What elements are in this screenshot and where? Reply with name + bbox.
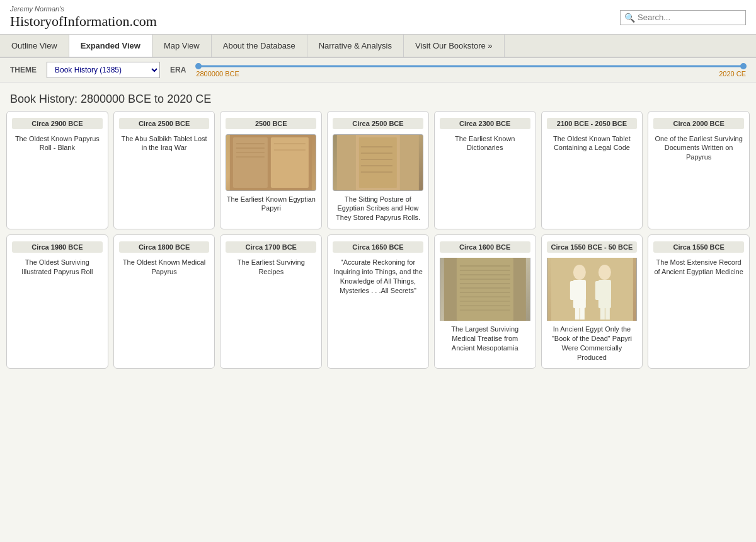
card-date: Circa 1980 BCE [12, 241, 103, 253]
era-label: ERA [170, 66, 186, 74]
svg-rect-34 [580, 281, 585, 300]
search-container: 🔍 [620, 10, 746, 25]
card-date: Circa 1650 BCE [333, 241, 423, 253]
card-text: The Abu Salbikh Tablet Lost in the Iraq … [119, 134, 210, 153]
card-date: 2500 BCE [226, 118, 316, 129]
timeline-labels: 2800000 BCE 2020 CE [196, 70, 746, 78]
card-text: The Earliest Surviving Recipes [226, 258, 316, 277]
card-2500bce-abu[interactable]: Circa 2500 BCE The Abu Salbikh Tablet Lo… [113, 111, 215, 230]
card-text: "Accurate Reckoning for Inquiring into T… [333, 258, 423, 295]
svg-rect-18 [457, 258, 513, 321]
svg-rect-40 [605, 281, 610, 300]
card-2000bce[interactable]: Circa 2000 BCE One of the Earliest Survi… [648, 111, 750, 230]
cards-row-2: Circa 1980 BCE The Oldest Surviving Illu… [6, 234, 750, 369]
card-1650bce[interactable]: Circa 1650 BCE "Accurate Reckoning for I… [327, 234, 429, 369]
card-date: Circa 1700 BCE [226, 241, 316, 253]
card-date: Circa 2000 BCE [653, 118, 744, 129]
cuneiform-image [440, 258, 530, 321]
site-title-block: Jeremy Norman's HistoryofInformation.com [10, 5, 157, 30]
card-2500bce-papyri[interactable]: 2500 BCE The Earliest K [220, 111, 322, 230]
card-1600bce[interactable]: Circa 1600 BCE [434, 234, 536, 369]
card-text: The Oldest Known Papyrus Roll - Blank [12, 134, 103, 153]
card-text: The Earliest Known Egyptian Papyri [226, 195, 316, 214]
svg-rect-36 [580, 308, 584, 320]
card-1980bce[interactable]: Circa 1980 BCE The Oldest Surviving Illu… [6, 234, 108, 369]
card-2900bce[interactable]: Circa 2900 BCE The Oldest Known Papyrus … [6, 111, 108, 230]
era-end-label: 2020 CE [719, 70, 746, 78]
theme-select[interactable]: Book History (1385) [47, 62, 160, 78]
card-text: The Sitting Posture of Egyptian Scribes … [333, 195, 423, 223]
card-text: The Oldest Surviving Illustrated Papyrus… [12, 258, 103, 277]
page-title: Book History: 2800000 BCE to 2020 CE [10, 93, 746, 106]
site-author: Jeremy Norman's [10, 5, 157, 13]
nav-bar: Outline View Expanded View Map View Abou… [0, 35, 756, 58]
card-2100bce[interactable]: 2100 BCE - 2050 BCE The Oldest Known Tab… [541, 111, 643, 230]
card-text: The Earliest Known Dictionaries [440, 134, 530, 153]
svg-rect-2 [271, 137, 309, 188]
svg-rect-33 [570, 281, 575, 300]
theme-label: THEME [10, 66, 37, 74]
card-image [440, 258, 530, 321]
svg-rect-30 [551, 258, 633, 321]
nav-item-bookstore[interactable]: Visit Our Bookstore » [404, 35, 505, 57]
card-date: Circa 1800 BCE [119, 241, 210, 253]
era-start-label: 2800000 BCE [196, 70, 239, 78]
card-text: The Largest Surviving Medical Treatise f… [440, 325, 530, 353]
nav-item-map[interactable]: Map View [152, 35, 212, 57]
card-1550bce-medicine[interactable]: Circa 1550 BCE The Most Extensive Record… [648, 234, 750, 369]
card-image [226, 134, 316, 191]
card-text: One of the Earliest Surviving Documents … [653, 134, 744, 163]
card-image [333, 134, 423, 191]
card-2300bce[interactable]: Circa 2300 BCE The Earliest Known Dictio… [434, 111, 536, 230]
card-date: Circa 2300 BCE [440, 118, 530, 129]
card-1700bce[interactable]: Circa 1700 BCE The Earliest Surviving Re… [220, 234, 322, 369]
card-date: Circa 1600 BCE [440, 241, 530, 253]
card-text: The Oldest Known Medical Papyrus [119, 258, 210, 277]
card-date: Circa 2900 BCE [12, 118, 103, 129]
site-name: HistoryofInformation.com [10, 13, 157, 30]
card-2500bce-sitting[interactable]: Circa 2500 BCE The Sitting Posture o [327, 111, 429, 230]
controls-bar: THEME Book History (1385) ERA 2800000 BC… [0, 58, 756, 83]
card-1800bce[interactable]: Circa 1800 BCE The Oldest Known Medical … [113, 234, 215, 369]
card-date: Circa 1550 BCE - 50 BCE [547, 241, 638, 253]
page-title-bar: Book History: 2800000 BCE to 2020 CE [0, 83, 756, 111]
header: Jeremy Norman's HistoryofInformation.com… [0, 0, 756, 35]
timeline-filled [198, 65, 743, 67]
svg-rect-35 [575, 308, 579, 320]
cards-row-1: Circa 2900 BCE The Oldest Known Papyrus … [6, 111, 750, 230]
nav-item-expanded[interactable]: Expanded View [69, 35, 152, 57]
card-text: The Oldest Known Tablet Containing a Leg… [547, 134, 638, 153]
card-date: 2100 BCE - 2050 BCE [547, 118, 638, 129]
svg-rect-42 [605, 308, 609, 320]
stone-image [333, 134, 423, 191]
nav-item-narrative[interactable]: Narrative & Analysis [307, 35, 404, 57]
nav-item-about[interactable]: About the Database [212, 35, 307, 57]
card-1550bce-bookdead[interactable]: Circa 1550 BCE - 50 BCE [541, 234, 643, 369]
nav-item-outline[interactable]: Outline View [0, 35, 69, 57]
search-input[interactable] [638, 13, 742, 22]
timeline-container: 2800000 BCE 2020 CE [196, 62, 746, 78]
card-date: Circa 1550 BCE [653, 241, 744, 253]
search-icon: 🔍 [624, 13, 635, 23]
svg-rect-1 [233, 137, 268, 188]
card-date: Circa 2500 BCE [119, 118, 210, 129]
timeline-track[interactable] [198, 62, 743, 70]
card-text: The Most Extensive Record of Ancient Egy… [653, 258, 744, 277]
svg-rect-39 [595, 281, 600, 300]
svg-rect-11 [359, 137, 397, 188]
papyrus-image [226, 134, 316, 191]
card-text: In Ancient Egypt Only the "Book of the D… [547, 325, 638, 362]
egypt-painting-image [547, 258, 638, 321]
svg-point-31 [573, 265, 585, 280]
timeline-handle-right[interactable] [740, 63, 747, 69]
cards-container: Circa 2900 BCE The Oldest Known Papyrus … [0, 111, 756, 387]
svg-rect-41 [600, 308, 604, 320]
card-image [547, 258, 638, 321]
card-date: Circa 2500 BCE [333, 118, 423, 129]
timeline-handle-left[interactable] [195, 63, 202, 69]
svg-point-37 [598, 265, 610, 280]
